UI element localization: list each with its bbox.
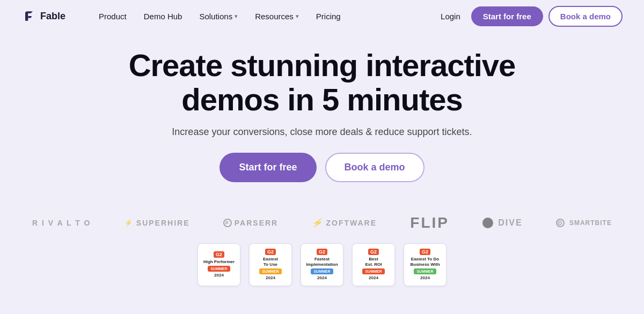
nav-product[interactable]: Product [92, 9, 133, 24]
start-for-free-nav-button[interactable]: Start for free [471, 6, 543, 26]
g2-label-4: G2 [368, 249, 379, 255]
badge-title-4: BestEst. ROI [365, 257, 382, 267]
bolt-icon: ⚡ [125, 219, 134, 227]
hero-buttons: Start for free Book a demo [21, 153, 623, 182]
nav-demo-hub[interactable]: Demo Hub [137, 9, 189, 24]
badge-season-2: SUMMER [259, 268, 281, 274]
logo-zoftware: ⚡ ZOFTWARE [312, 218, 377, 228]
g2-label-5: G2 [420, 249, 430, 255]
logo-superhire: ⚡ superhire [125, 219, 190, 227]
logo-icon [21, 9, 36, 24]
nav-solutions[interactable]: Solutions ▾ [193, 9, 244, 24]
logo-dive: Dive [482, 218, 522, 228]
logo-flip: FLIP [410, 214, 449, 231]
navbar: Fable Product Demo Hub Solutions ▾ Resou… [0, 0, 644, 32]
start-for-free-hero-button[interactable]: Start for free [219, 153, 316, 182]
badge-year-3: 2024 [317, 275, 327, 280]
hero-section: Create stunning interactive demos in 5 m… [0, 32, 644, 210]
book-demo-hero-button[interactable]: Book a demo [325, 153, 425, 182]
badge-best-roi: G2 BestEst. ROI SUMMER 2024 [352, 243, 395, 286]
logo-text: Fable [40, 11, 65, 22]
smartbite-icon: ⊙ [556, 219, 565, 227]
badge-high-performer: G2 High Performer SUMMER 2024 [197, 243, 240, 286]
logo-smartbite: ⊙ SMARTBITE [556, 219, 612, 227]
resources-chevron-icon: ▾ [296, 13, 299, 20]
g2-label-2: G2 [265, 249, 276, 255]
badge-year-2: 2024 [266, 275, 275, 280]
badge-title-3: FastestImplementation [306, 257, 338, 267]
logos-row: R I V A L T O ⚡ superhire P Parserr ⚡ ZO… [0, 210, 644, 236]
nav-pricing[interactable]: Pricing [310, 9, 347, 24]
badge-easiest-business: G2 Easiest To DoBusiness With SUMMER 202… [404, 243, 447, 286]
badge-season-4: SUMMER [362, 268, 384, 274]
login-button[interactable]: Login [435, 9, 466, 24]
badge-season-1: SUMMER [208, 266, 230, 272]
badge-season-5: SUMMER [414, 268, 436, 274]
badge-season-3: SUMMER [311, 268, 333, 274]
hero-subtext: Increase your conversions, close more de… [21, 126, 623, 138]
badge-title-1: High Performer [203, 259, 235, 265]
badge-year-1: 2024 [214, 273, 224, 278]
badges-row: G2 High Performer SUMMER 2024 G2 Easiest… [0, 241, 644, 288]
p-icon: P [223, 219, 232, 227]
badge-title-2: EasiestTo Use [263, 257, 278, 267]
badge-year-4: 2024 [369, 275, 378, 280]
dive-dot-icon [482, 218, 493, 228]
badge-title-5: Easiest To DoBusiness With [410, 257, 440, 267]
logo[interactable]: Fable [21, 9, 65, 24]
logo-parserr: P Parserr [223, 219, 278, 227]
z-icon: ⚡ [312, 218, 324, 228]
badge-year-5: 2024 [420, 275, 430, 280]
nav-actions: Login Start for free Book a demo [435, 6, 623, 27]
badge-easiest-to-use: G2 EasiestTo Use SUMMER 2024 [249, 243, 292, 286]
nav-resources[interactable]: Resources ▾ [248, 9, 305, 24]
book-demo-nav-button[interactable]: Book a demo [548, 6, 623, 27]
hero-heading: Create stunning interactive demos in 5 m… [21, 48, 623, 117]
g2-label-3: G2 [317, 249, 327, 255]
logo-rivalto: R I V A L T O [32, 219, 91, 227]
badge-fastest-implementation: G2 FastestImplementation SUMMER 2024 [301, 243, 343, 286]
nav-links: Product Demo Hub Solutions ▾ Resources ▾… [92, 9, 435, 24]
g2-label: G2 [214, 251, 224, 258]
solutions-chevron-icon: ▾ [235, 13, 238, 20]
